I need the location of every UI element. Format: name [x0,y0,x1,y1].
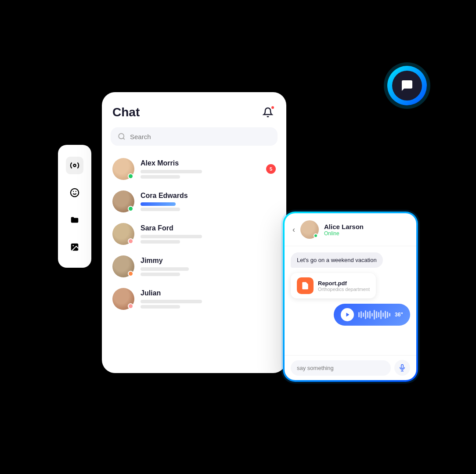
preview-line [141,273,180,276]
contact-info-cora: Cora Edwards [141,192,276,211]
online-dot-sara [128,238,133,244]
contact-name-cora: Cora Edwards [141,192,276,200]
chat-detail-user-info: Alice Larson Online [324,223,364,237]
wave-bar [369,311,371,319]
svg-line-7 [123,138,124,139]
typing-indicator [141,202,176,206]
back-button[interactable]: ‹ [292,225,295,234]
chat-fab-container [387,66,427,105]
sidebar-icon-radio[interactable] [66,157,83,174]
wave-bar [374,310,375,320]
wave-bar [365,310,366,319]
svg-rect-9 [401,365,404,369]
online-dot-alex [128,173,133,179]
sidebar-icon-emoji[interactable] [66,184,83,201]
avatar-container-alex [112,158,134,180]
wave-bar [371,313,373,316]
avatar-container-cora [112,190,134,212]
contact-name-alex: Alex Morris [141,159,260,167]
chat-panel: Chat [102,92,286,373]
file-bubble: Report.pdf Orthopedics department [291,273,376,298]
wave-bar [363,312,364,317]
svg-point-6 [119,133,124,139]
play-button[interactable] [341,308,354,321]
notification-dot [270,105,275,110]
online-dot-cora [128,206,133,212]
contact-name-julian: Julian [141,289,276,297]
preview-line [141,235,202,238]
wave-bar [385,311,386,319]
contact-info-julian: Julian [141,289,276,309]
wave-bar [389,313,390,316]
play-icon [345,312,350,317]
contact-item-cora[interactable]: Cora Edwards [105,185,283,218]
page-title: Chat [112,105,140,119]
wave-bar [378,312,379,317]
contact-preview-jimmy [141,267,276,276]
online-dot-jimmy [128,271,133,276]
file-icon-box [297,277,314,294]
scene: Chat [84,83,392,391]
voice-duration: 36" [395,312,403,318]
contact-info-sara: Sara Ford [141,224,276,244]
chat-header: Chat [102,92,286,127]
preview-line [141,300,202,303]
chat-detail-body: Let's go on a weekend vacation Report.pd… [285,246,416,355]
online-dot-julian [128,303,133,309]
chat-detail-status: Online [324,230,364,237]
avatar-container-jimmy [112,255,134,277]
sidebar-icon-image[interactable] [66,238,83,256]
contact-item-jimmy[interactable]: Jimmy [105,250,283,283]
svg-point-5 [72,245,74,246]
online-dot-alice [314,233,318,238]
chat-detail-footer [285,355,416,380]
contact-item-julian[interactable]: Julian [105,283,283,315]
chat-detail-user-name: Alice Larson [324,223,364,230]
contact-item-sara[interactable]: Sara Ford [105,218,283,250]
chat-detail-header: ‹ Alice Larson Online [285,213,416,246]
avatar-container-alice [300,220,319,239]
wave-bar [361,311,362,318]
preview-line [141,208,180,211]
mic-icon [398,364,406,372]
preview-line [141,240,180,244]
search-input[interactable] [130,133,270,140]
wave-bar [358,312,360,317]
chat-fab-outer [387,66,427,105]
contact-list: Alex Morris 5 Cora Edwards [102,153,286,315]
contact-preview-julian [141,300,276,309]
contact-name-sara: Sara Ford [141,224,276,232]
svg-point-1 [71,189,79,197]
preview-line [141,305,180,309]
chat-detail-panel: ‹ Alice Larson Online Let's go on a week… [285,213,416,380]
chat-detail-border: ‹ Alice Larson Online Let's go on a week… [283,212,418,382]
chat-fab-button[interactable] [392,71,422,101]
contact-info-jimmy: Jimmy [141,257,276,276]
waveform [358,309,390,320]
search-bar [111,127,278,146]
mic-button[interactable] [394,360,410,376]
search-icon [118,133,126,140]
svg-marker-8 [346,313,349,317]
message-input[interactable] [291,360,391,376]
wave-bar [376,311,377,318]
avatar-container-sara [112,223,134,245]
preview-line [141,175,180,179]
contact-info-alex: Alex Morris [141,159,260,179]
contact-name-jimmy: Jimmy [141,257,276,265]
preview-line [141,267,189,271]
chat-detail-outer: ‹ Alice Larson Online Let's go on a week… [283,212,418,382]
notification-button[interactable] [260,104,276,120]
file-info: Report.pdf Orthopedics department [318,280,370,292]
sidebar-icon-folder[interactable] [66,211,83,229]
wave-bar [380,310,382,319]
preview-line [141,170,202,173]
message-bubble-text: Let's go on a weekend vacation [291,252,383,268]
file-name: Report.pdf [318,280,370,287]
avatar-container-julian [112,288,134,310]
pdf-icon [301,281,310,290]
file-sub: Orthopedics department [318,287,370,292]
wave-bar [382,312,384,317]
contact-item-alex[interactable]: Alex Morris 5 [105,153,283,185]
wave-bar [367,312,368,318]
